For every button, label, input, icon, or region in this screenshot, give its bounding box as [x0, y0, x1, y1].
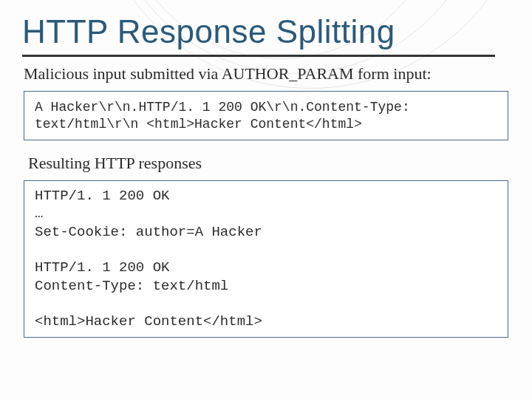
- title-underline: [22, 55, 495, 57]
- subheading-resulting-responses: Resulting HTTP responses: [28, 154, 508, 173]
- code-block-input: A Hacker\r\n.HTTP/1. 1 200 OK\r\n.Conten…: [24, 91, 508, 140]
- page-title: HTTP Response Splitting: [22, 13, 510, 50]
- code-block-responses: HTTP/1. 1 200 OK … Set-Cookie: author=A …: [24, 180, 508, 338]
- subheading-malicious-input: Malicious input submitted via AUTHOR_PAR…: [24, 64, 508, 83]
- slide: HTTP Response Splitting Malicious input …: [0, 0, 532, 399]
